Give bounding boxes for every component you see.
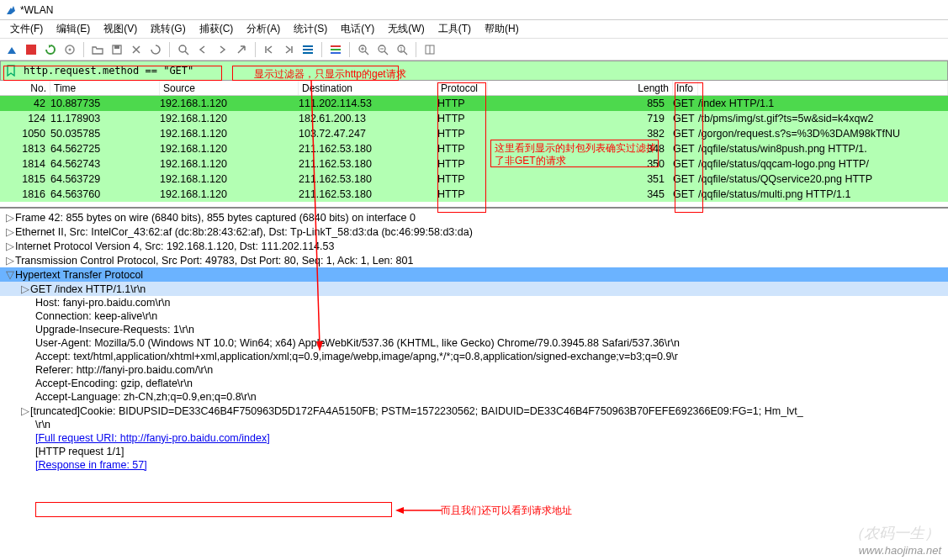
menu-analyze[interactable]: 分析(A) [240,20,287,38]
go-forward-icon[interactable] [214,41,230,58]
tree-tcp[interactable]: ▷Transmission Control Protocol, Src Port… [0,253,948,267]
tree-request-num[interactable]: [HTTP request 1/1] [0,445,948,458]
tree-ip[interactable]: ▷Internet Protocol Version 4, Src: 192.1… [0,239,948,253]
svg-rect-8 [303,49,313,50]
zoom-reset-icon[interactable]: 1 [394,41,410,58]
menu-wireless[interactable]: 无线(W) [381,20,431,38]
svg-line-22 [404,51,407,55]
svg-rect-9 [303,52,313,54]
tree-accept[interactable]: Accept: text/html,application/xhtml+xml,… [0,350,948,363]
annotation-packet-note: 这里看到显示的封包列表确实过滤掉了非GET的请求 [495,142,656,167]
menu-view[interactable]: 视图(V) [97,20,144,38]
zoom-out-icon[interactable] [374,41,391,58]
auto-scroll-icon[interactable] [299,41,316,58]
col-no[interactable]: No. [0,81,50,95]
reload-icon[interactable] [147,41,164,58]
svg-line-19 [384,51,388,55]
tree-user-agent[interactable]: User-Agent: Mozilla/5.0 (Windows NT 10.0… [0,336,948,350]
toolbar: 1 [0,39,948,61]
menu-tools[interactable]: 工具(T) [432,20,478,38]
menu-help[interactable]: 帮助(H) [478,20,526,38]
colorize-icon[interactable] [327,41,344,58]
tree-request-line[interactable]: ▷GET /index HTTP/1.1\r\n [0,282,948,296]
menu-file[interactable]: 文件(F) [3,20,50,38]
annotation-box-info-method [675,82,703,213]
annotation-box-protocol [437,82,486,213]
svg-rect-0 [26,45,36,55]
packet-details: ▷Frame 42: 855 bytes on wire (6840 bits)… [0,207,948,543]
tree-upgrade[interactable]: Upgrade-Insecure-Requests: 1\r\n [0,323,948,336]
resize-columns-icon[interactable] [421,41,438,58]
menu-telephony[interactable]: 电话(Y) [334,20,381,38]
save-file-icon[interactable] [109,41,125,58]
tree-connection[interactable]: Connection: keep-alive\r\n [0,309,948,323]
svg-line-16 [365,51,368,55]
go-last-icon[interactable] [280,41,297,58]
tree-eth[interactable]: ▷Ethernet II, Src: IntelCor_43:62:af (dc… [0,225,948,239]
titlebar: *WLAN [0,0,948,20]
svg-point-5 [179,45,186,52]
window-title: *WLAN [20,4,53,16]
col-dst[interactable]: Destination [299,81,437,95]
tree-accept-language[interactable]: Accept-Language: zh-CN,zh;q=0.9,en;q=0.8… [0,390,948,404]
annotation-filter-note: 显示过滤器，只显示http的get请求 [254,67,406,82]
go-first-icon[interactable] [261,41,278,58]
col-len[interactable]: Length [488,81,673,95]
svg-line-6 [185,51,188,55]
svg-rect-7 [303,45,313,47]
annotation-box-filter [3,66,222,81]
menu-edit[interactable]: 编辑(E) [50,20,97,38]
tree-accept-encoding[interactable]: Accept-Encoding: gzip, deflate\r\n [0,377,948,390]
menubar: 文件(F) 编辑(E) 视图(V) 跳转(G) 捕获(C) 分析(A) 统计(S… [0,20,948,39]
menu-go[interactable]: 跳转(G) [144,20,192,38]
menu-stats[interactable]: 统计(S) [287,20,334,38]
stop-capture-icon[interactable] [23,41,40,58]
tree-http[interactable]: ▽Hypertext Transfer Protocol [0,267,948,282]
annotation-box-uri [35,502,392,517]
go-back-icon[interactable] [194,41,211,58]
capture-options-icon[interactable] [61,41,78,58]
find-icon[interactable] [175,41,192,58]
tree-host[interactable]: Host: fanyi-pro.baidu.com\r\n [0,296,948,309]
restart-capture-icon[interactable] [42,41,59,58]
app-icon [5,4,17,16]
close-file-icon[interactable] [128,41,145,58]
col-time[interactable]: Time [50,81,160,95]
col-src[interactable]: Source [160,81,299,95]
svg-point-2 [69,48,71,50]
svg-text:1: 1 [400,46,403,52]
tree-referer[interactable]: Referer: http://fanyi-pro.baidu.com/\r\n [0,363,948,377]
tree-response-link[interactable]: [Response in frame: 57] [0,458,948,472]
start-capture-icon[interactable] [3,41,20,58]
zoom-in-icon[interactable] [355,41,372,58]
tree-full-uri[interactable]: [Full request URI: http://fanyi-pro.baid… [0,431,948,445]
watermark-site: www.haojima.net [859,544,941,557]
annotation-uri-note: 而且我们还可以看到请求地址 [441,504,572,518]
svg-rect-12 [331,52,341,54]
svg-rect-4 [114,45,119,49]
open-file-icon[interactable] [89,41,106,58]
svg-rect-10 [331,45,341,47]
tree-crlf[interactable]: \r\n [0,418,948,431]
svg-rect-11 [331,49,341,50]
tree-cookie[interactable]: ▷[truncated]Cookie: BIDUPSID=DE33C46B4F7… [0,404,948,418]
go-to-icon[interactable] [233,41,250,58]
menu-capture[interactable]: 捕获(C) [193,20,241,38]
